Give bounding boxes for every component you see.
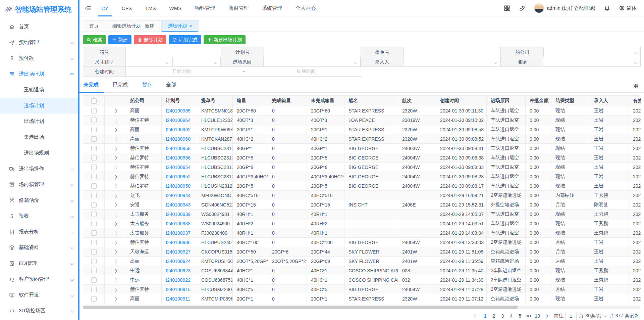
expand-row-icon[interactable] <box>113 241 117 244</box>
horizontal-scrollbar[interactable] <box>83 306 641 309</box>
plan-no-link[interactable]: I240100911 <box>166 296 190 302</box>
status-tab-未完成[interactable]: 未完成 <box>83 82 99 92</box>
sidebar-item-场内箱管理[interactable]: 场内箱管理 <box>0 177 78 192</box>
sidebar-subitem-出场计划[interactable]: 出场计划 <box>0 113 78 129</box>
user-menu[interactable]: admin (远洋仓配堆场) <box>534 3 595 13</box>
sidebar-item-预收[interactable]: 预收 <box>0 208 78 224</box>
expand-row-icon[interactable] <box>113 213 117 216</box>
goto-page-input[interactable] <box>565 312 577 320</box>
sidebar-subitem-进出场规则[interactable]: 进出场规则 <box>0 145 78 161</box>
plan-no-link[interactable]: I240100960 <box>166 136 191 142</box>
计划完成-button[interactable]: 计划完成 <box>169 35 201 44</box>
row-checkbox[interactable] <box>91 155 97 161</box>
plan-no-link[interactable]: I240100958 <box>166 146 191 151</box>
status-tab-暂存[interactable]: 暂存 <box>141 82 153 92</box>
plan-no-link[interactable]: I240100944 <box>166 193 191 198</box>
sidebar-subitem-重箱返场[interactable]: 重箱返场 <box>0 82 78 98</box>
page-tab-编辑进场计划 - 新建[interactable]: 编辑进场计划 - 新建 <box>106 20 160 32</box>
row-checkbox[interactable] <box>91 146 97 151</box>
page-number-4[interactable]: 4 <box>507 313 515 319</box>
row-checkbox[interactable] <box>91 212 97 217</box>
sidebar-item-软件开发[interactable]: 软件开发 <box>0 287 78 303</box>
expand-row-icon[interactable] <box>113 203 117 207</box>
plan-no-link[interactable]: I240100964 <box>166 118 191 123</box>
collapse-menu-icon[interactable] <box>85 5 91 11</box>
检索-button[interactable]: 检索 <box>83 35 106 44</box>
qr-code-icon[interactable] <box>504 5 510 11</box>
expand-row-icon[interactable] <box>113 175 117 179</box>
scrollbar-thumb[interactable] <box>83 306 518 309</box>
sidebar-item-3D场控场区[interactable]: 3D场控场区 <box>0 303 78 319</box>
top-nav-系统管理[interactable]: 系统管理 <box>261 0 283 16</box>
row-checkbox[interactable] <box>91 259 97 264</box>
sidebar-item-进出场计划[interactable]: 进出场计划 <box>0 66 78 82</box>
row-checkbox[interactable] <box>91 268 97 273</box>
row-checkbox[interactable] <box>91 277 97 283</box>
row-checkbox[interactable] <box>91 296 97 302</box>
plan-no-link[interactable]: I240100965 <box>166 108 191 113</box>
row-checkbox[interactable] <box>91 136 97 142</box>
plan-no-link[interactable]: I240100943 <box>166 202 191 208</box>
sidebar-item-EDI管理[interactable]: EDI管理 <box>0 256 78 271</box>
row-checkbox[interactable] <box>91 118 97 123</box>
top-nav-物料管理[interactable]: 物料管理 <box>194 0 216 16</box>
expand-row-icon[interactable] <box>113 194 117 197</box>
size-select[interactable] <box>125 57 173 67</box>
bell-icon[interactable] <box>604 5 610 11</box>
row-checkbox[interactable] <box>91 202 97 208</box>
page-number-2[interactable]: 2 <box>490 313 497 319</box>
sidebar-item-报表分析[interactable]: 报表分析 <box>0 224 78 240</box>
plan-no-link[interactable]: I240100939 <box>166 212 191 217</box>
page-number-5[interactable]: 5 <box>516 313 524 319</box>
row-checkbox[interactable] <box>91 230 97 236</box>
新建-button[interactable]: 新建 <box>108 35 131 44</box>
row-checkbox[interactable] <box>91 165 97 170</box>
sidebar-item-客户预约管理[interactable]: 客户预约管理 <box>0 271 78 287</box>
row-checkbox[interactable] <box>91 193 97 198</box>
删除计划-button[interactable]: 删除计划 <box>134 35 166 44</box>
plan-no-link[interactable]: I240100936 <box>166 240 191 245</box>
page-tab-进场计划[interactable]: 进场计划× <box>161 20 198 32</box>
top-nav-个人中心[interactable]: 个人中心 <box>294 0 317 16</box>
sidebar-subitem-进场计划[interactable]: 进场计划 <box>0 98 78 113</box>
page-size-select[interactable]: 30条/页 <box>585 313 606 319</box>
select-all-checkbox[interactable] <box>91 98 97 104</box>
sidebar-item-首页[interactable]: 首页 <box>0 19 78 35</box>
plan-no-link[interactable]: I240100962 <box>166 127 191 132</box>
page-number-13[interactable]: 13 <box>534 313 541 319</box>
expand-row-icon[interactable] <box>113 109 117 113</box>
新建出场计划-button[interactable]: 新建出场计划 <box>204 35 246 44</box>
page-tab-首页[interactable]: 首页 <box>83 20 105 32</box>
grid-view-icon[interactable] <box>633 83 639 89</box>
top-nav-TMS[interactable]: TMS <box>144 0 157 16</box>
top-nav-WMS[interactable]: WMS <box>168 0 183 16</box>
entry-reason-select[interactable] <box>263 57 361 67</box>
row-checkbox[interactable] <box>91 183 97 189</box>
next-page-button[interactable] <box>543 314 552 318</box>
plan-no-link[interactable]: I240100937 <box>166 230 191 236</box>
row-checkbox[interactable] <box>91 221 97 226</box>
expand-row-icon[interactable] <box>113 250 117 254</box>
plan-no-link[interactable]: I240100956 <box>166 155 191 161</box>
create-time-range-picker[interactable]: 开始时间 ~ 结束时间 <box>125 66 362 77</box>
plan-no-link[interactable]: I240100938 <box>166 221 191 226</box>
plan-no-link[interactable]: I240100924 <box>166 259 191 264</box>
plan-no-link[interactable]: I240100923 <box>166 268 191 273</box>
plan-no-link[interactable]: I240100950 <box>166 183 191 189</box>
prev-page-button[interactable] <box>471 314 479 318</box>
expand-row-icon[interactable] <box>113 128 117 132</box>
plan-no-link[interactable]: I240100915 <box>166 287 191 292</box>
sidebar-item-基础资料[interactable]: 基础资料 <box>0 240 78 256</box>
container-no-input[interactable] <box>126 47 221 57</box>
row-checkbox[interactable] <box>91 240 97 245</box>
plan-no-link[interactable]: I240100952 <box>166 174 191 179</box>
row-checkbox[interactable] <box>91 108 97 113</box>
type-select[interactable] <box>172 57 221 67</box>
sidebar-item-预约管理[interactable]: 预约管理 <box>0 35 78 50</box>
sidebar-item-预付款[interactable]: 预付款 <box>0 50 78 66</box>
sidebar-item-进出场操作[interactable]: 进出场操作 <box>0 161 78 177</box>
sidebar-subitem-集港出场[interactable]: 集港出场 <box>0 129 78 145</box>
top-nav-CFS[interactable]: CFS <box>120 0 133 16</box>
language-switcher[interactable]: 简体 <box>619 5 637 11</box>
top-nav-商财管理[interactable]: 商财管理 <box>227 0 250 16</box>
